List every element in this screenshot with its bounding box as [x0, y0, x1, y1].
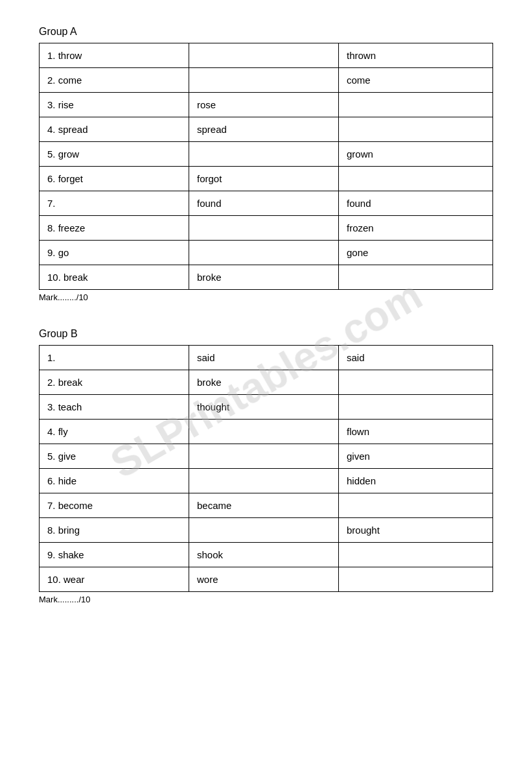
table-cell: 10. break: [40, 265, 189, 290]
group-b-mark: Mark........./10: [39, 595, 493, 604]
table-cell: 4. spread: [40, 117, 189, 142]
table-cell: 2. break: [40, 370, 189, 395]
table-cell: 6. forget: [40, 167, 189, 191]
group-a-mark: Mark......../10: [39, 292, 493, 302]
table-cell: [189, 216, 339, 241]
group-a-table: 1. throwthrown2. comecome3. riserose4. s…: [39, 43, 493, 290]
table-cell: found: [189, 191, 339, 216]
table-row: 4. flyflown: [40, 420, 493, 444]
table-cell: grown: [339, 142, 493, 167]
table-cell: [189, 43, 339, 68]
table-row: 5. growgrown: [40, 142, 493, 167]
table-cell: 9. go: [40, 241, 189, 265]
table-cell: 3. rise: [40, 93, 189, 117]
table-cell: 7.: [40, 191, 189, 216]
table-row: 8. freezefrozen: [40, 216, 493, 241]
table-cell: 8. bring: [40, 518, 189, 543]
group-b-table: 1.saidsaid2. breakbroke3. teachthought4.…: [39, 345, 493, 592]
table-row: 5. givegiven: [40, 444, 493, 469]
table-cell: [339, 395, 493, 420]
table-cell: forgot: [189, 167, 339, 191]
table-row: 3. teachthought: [40, 395, 493, 420]
table-row: 3. riserose: [40, 93, 493, 117]
table-cell: [189, 68, 339, 93]
table-cell: brought: [339, 518, 493, 543]
table-row: 8. bringbrought: [40, 518, 493, 543]
table-cell: broke: [189, 265, 339, 290]
table-cell: 8. freeze: [40, 216, 189, 241]
table-row: 9. shakeshook: [40, 543, 493, 567]
table-row: 4. spreadspread: [40, 117, 493, 142]
table-cell: spread: [189, 117, 339, 142]
table-cell: [339, 167, 493, 191]
table-row: 1. throwthrown: [40, 43, 493, 68]
group-a-section: Group A 1. throwthrown2. comecome3. rise…: [39, 26, 493, 302]
table-row: 1.saidsaid: [40, 346, 493, 370]
table-cell: 7. become: [40, 493, 189, 518]
table-row: 2. comecome: [40, 68, 493, 93]
table-cell: hidden: [339, 469, 493, 493]
table-cell: 10. wear: [40, 567, 189, 592]
table-cell: 1. throw: [40, 43, 189, 68]
table-cell: [339, 117, 493, 142]
table-cell: come: [339, 68, 493, 93]
table-cell: [339, 93, 493, 117]
table-cell: 3. teach: [40, 395, 189, 420]
table-cell: [189, 142, 339, 167]
table-row: 2. breakbroke: [40, 370, 493, 395]
table-row: 7. becomebecame: [40, 493, 493, 518]
table-cell: flown: [339, 420, 493, 444]
table-cell: [189, 241, 339, 265]
table-cell: [339, 493, 493, 518]
table-cell: 5. grow: [40, 142, 189, 167]
table-cell: said: [339, 346, 493, 370]
table-cell: broke: [189, 370, 339, 395]
table-cell: found: [339, 191, 493, 216]
table-cell: said: [189, 346, 339, 370]
table-row: 6. forgetforgot: [40, 167, 493, 191]
table-cell: thrown: [339, 43, 493, 68]
table-cell: [189, 444, 339, 469]
table-cell: 6. hide: [40, 469, 189, 493]
table-cell: shook: [189, 543, 339, 567]
table-cell: thought: [189, 395, 339, 420]
table-row: 7.foundfound: [40, 191, 493, 216]
table-row: 10. wearwore: [40, 567, 493, 592]
group-b-section: Group B 1.saidsaid2. breakbroke3. teacht…: [39, 328, 493, 604]
table-cell: [339, 265, 493, 290]
table-cell: [189, 518, 339, 543]
table-row: 9. gogone: [40, 241, 493, 265]
table-cell: [189, 469, 339, 493]
table-cell: became: [189, 493, 339, 518]
table-cell: rose: [189, 93, 339, 117]
table-row: 10. breakbroke: [40, 265, 493, 290]
table-cell: [189, 420, 339, 444]
table-cell: 4. fly: [40, 420, 189, 444]
table-cell: 5. give: [40, 444, 189, 469]
table-cell: wore: [189, 567, 339, 592]
table-cell: frozen: [339, 216, 493, 241]
table-cell: given: [339, 444, 493, 469]
table-cell: 9. shake: [40, 543, 189, 567]
table-cell: [339, 370, 493, 395]
table-cell: [339, 543, 493, 567]
table-cell: 2. come: [40, 68, 189, 93]
table-cell: gone: [339, 241, 493, 265]
table-cell: [339, 567, 493, 592]
group-b-label: Group B: [39, 328, 493, 340]
table-row: 6. hidehidden: [40, 469, 493, 493]
table-cell: 1.: [40, 346, 189, 370]
group-a-label: Group A: [39, 26, 493, 38]
